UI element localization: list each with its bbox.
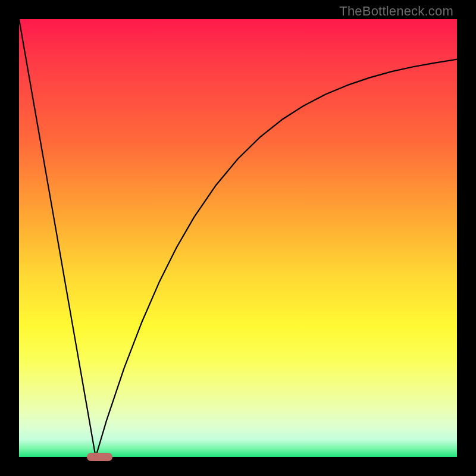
v-curve <box>19 19 457 457</box>
minimum-marker <box>87 453 112 461</box>
watermark-text: TheBottleneck.com <box>339 4 453 19</box>
curve-layer <box>19 19 457 457</box>
chart-frame: TheBottleneck.com <box>0 0 476 476</box>
plot-area <box>19 19 457 457</box>
